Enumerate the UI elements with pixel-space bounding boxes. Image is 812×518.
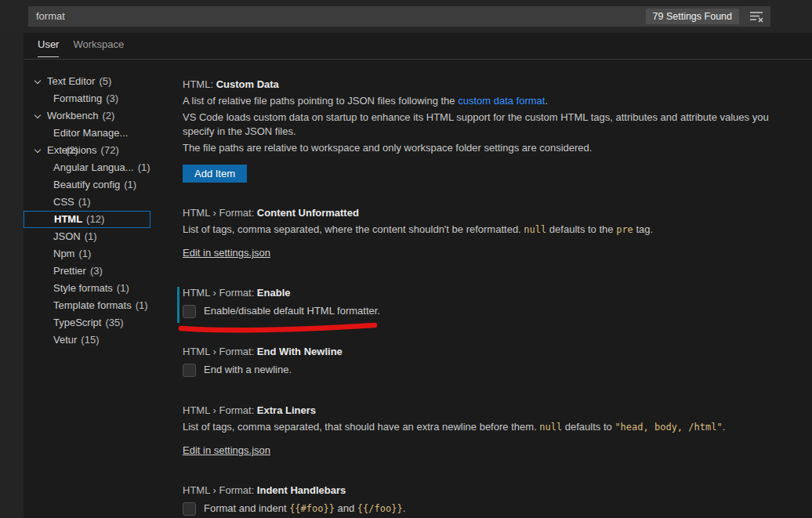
sidebar-item-label: Formatting — [53, 92, 102, 104]
desc-text: . — [545, 95, 548, 107]
desc-text: defaults to the — [546, 223, 616, 235]
code-span: null — [539, 422, 562, 433]
sidebar-item-beautify-config[interactable]: Beautify config(1) — [24, 176, 150, 194]
code-span: {{/foo}} — [357, 503, 403, 514]
checkbox-label: Enable/disable default HTML formatter. — [204, 304, 380, 318]
sidebar-item-style-formats[interactable]: Style formats(1) — [24, 280, 150, 297]
settings-panel: UserWorkspace Text Editor(5)Formatting(3… — [24, 33, 812, 518]
search-query-text: format — [36, 6, 65, 27]
sidebar-item-text-editor[interactable]: Text Editor(5) — [24, 73, 150, 90]
setting-title: HTML › Format: End With Newline — [183, 345, 802, 359]
sidebar-item-template-formats[interactable]: Template formats(1) — [24, 297, 150, 314]
search-input[interactable]: format 79 Settings Found — [28, 6, 770, 27]
setting-title-prefix: HTML › Format: — [183, 207, 257, 219]
setting-title-prefix: HTML › Format: — [183, 404, 257, 416]
sidebar-item-label: Text Editor — [47, 75, 95, 87]
desc-text: List of tags, comma separated, where the… — [183, 223, 524, 235]
desc-text: . — [723, 421, 726, 433]
sidebar-item-extensions[interactable]: Extensions(72) — [24, 142, 150, 159]
chevron-down-icon — [34, 78, 41, 84]
sidebar-item-html[interactable]: HTML(12) — [24, 211, 150, 228]
chevron-down-icon — [34, 112, 41, 118]
chevron-down-icon — [34, 147, 41, 153]
edit-in-settings-json-link[interactable]: Edit in settings.json — [183, 247, 270, 259]
checkbox-unchecked[interactable] — [183, 364, 196, 377]
checkbox-label: End with a newline. — [204, 363, 292, 377]
sidebar-item-label: Npm — [53, 248, 74, 259]
setting-enable: HTML › Format: EnableEnable/disable defa… — [183, 286, 802, 318]
setting-title-name: Extra Liners — [257, 404, 316, 416]
sidebar-item-vetur[interactable]: Vetur(15) — [24, 331, 150, 349]
desc-text: . — [403, 502, 406, 514]
setting-title-name: Custom Data — [216, 78, 279, 90]
sidebar-item-count: (15) — [81, 334, 99, 346]
sidebar-item-count: (1) — [136, 299, 148, 311]
sidebar-item-label: Editor Manage... — [53, 127, 128, 139]
setting-title-prefix: HTML › Format: — [183, 287, 257, 299]
setting-description: List of tags, comma separated, that shou… — [183, 420, 802, 434]
checkbox-label: Format and indent {{#foo}} and {{/foo}}. — [204, 502, 405, 516]
desc-text: A list of relative file paths pointing t… — [183, 95, 458, 107]
sidebar-item-label: Angular Langua... — [53, 161, 134, 173]
checkbox-unchecked[interactable] — [183, 305, 196, 318]
desc-text: defaults to — [562, 421, 614, 433]
sidebar-item-css[interactable]: CSS(1) — [24, 194, 150, 211]
checkbox-unchecked[interactable] — [183, 502, 196, 516]
code-span: "head, body, /html" — [614, 422, 722, 433]
sidebar-item-formatting[interactable]: Formatting(3) — [24, 90, 150, 107]
setting-title-name: End With Newline — [257, 346, 343, 357]
desc-text: End with a newline. — [204, 364, 292, 375]
sidebar-item-npm[interactable]: Npm(1) — [24, 245, 150, 263]
sidebar-item-count: (1) — [78, 196, 91, 208]
sidebar-item-angular-langua[interactable]: Angular Langua...(1) — [24, 159, 150, 176]
setting-title: HTML: Custom Data — [183, 78, 802, 92]
setting-extra-liners: HTML › Format: Extra LinersList of tags,… — [183, 404, 802, 457]
clear-filter-icon[interactable] — [749, 9, 764, 24]
setting-description: VS Code loads custom data on startup to … — [183, 110, 802, 139]
sidebar-item-count: (5) — [99, 75, 111, 87]
scope-tabs: UserWorkspace — [24, 33, 812, 60]
sidebar-item-count: (1) — [78, 248, 91, 259]
sidebar-item-json[interactable]: JSON(1) — [24, 228, 150, 245]
sidebar-item-editor-manage[interactable]: Editor Manage...(2) — [24, 125, 150, 142]
setting-title-name: Indent Handlebars — [257, 484, 346, 496]
desc-text: VS Code loads custom data on startup to … — [183, 111, 769, 137]
sidebar-item-typescript[interactable]: TypeScript(35) — [24, 314, 150, 331]
code-span: pre — [616, 224, 633, 235]
sidebar-item-workbench[interactable]: Workbench(2) — [24, 107, 150, 125]
sidebar-item-prettier[interactable]: Prettier(3) — [24, 263, 150, 280]
desc-text: and — [335, 502, 357, 514]
setting-custom-data: HTML: Custom DataA list of relative file… — [183, 78, 802, 183]
setting-end-with-newline: HTML › Format: End With NewlineEnd with … — [183, 345, 802, 377]
desc-text: tag. — [633, 223, 653, 235]
sidebar-item-label: Vetur — [53, 334, 77, 346]
desc-text: List of tags, comma separated, that shou… — [183, 421, 539, 433]
setting-title-prefix: HTML: — [183, 78, 216, 90]
add-item-button[interactable]: Add Item — [183, 165, 247, 183]
edit-in-settings-json-link[interactable]: Edit in settings.json — [183, 444, 270, 456]
setting-description: The file paths are relative to workspace… — [183, 141, 802, 155]
inline-link[interactable]: custom data format — [458, 95, 545, 107]
setting-description: A list of relative file paths pointing t… — [183, 94, 802, 108]
sidebar-item-count: (72) — [101, 144, 119, 156]
sidebar-item-count: (1) — [138, 161, 150, 173]
settings-search-bar: format 79 Settings Found — [0, 0, 812, 33]
setting-title: HTML › Format: Indent Handlebars — [183, 484, 802, 498]
red-underline-annotation — [177, 321, 379, 334]
sidebar-item-label: TypeScript — [53, 317, 101, 328]
sidebar-item-count: (1) — [124, 179, 136, 190]
sidebar-item-label: JSON — [53, 230, 81, 242]
setting-title-name: Content Unformatted — [257, 207, 359, 219]
sidebar-item-count: (1) — [85, 230, 97, 242]
sidebar-item-count: (1) — [117, 282, 129, 294]
results-count-badge: 79 Settings Found — [646, 9, 739, 24]
settings-editor: format 79 Settings Found UserWorkspace T… — [0, 0, 812, 518]
tab-workspace[interactable]: Workspace — [73, 33, 124, 56]
code-span: null — [524, 224, 546, 235]
sidebar-item-count: (12) — [86, 213, 104, 225]
desc-text: Format and indent — [204, 502, 289, 514]
settings-tree: Text Editor(5)Formatting(3)Workbench(2)E… — [24, 73, 180, 349]
setting-title: HTML › Format: Enable — [183, 286, 802, 300]
tab-user[interactable]: User — [38, 33, 59, 57]
setting-content-unformatted: HTML › Format: Content UnformattedList o… — [183, 206, 802, 259]
